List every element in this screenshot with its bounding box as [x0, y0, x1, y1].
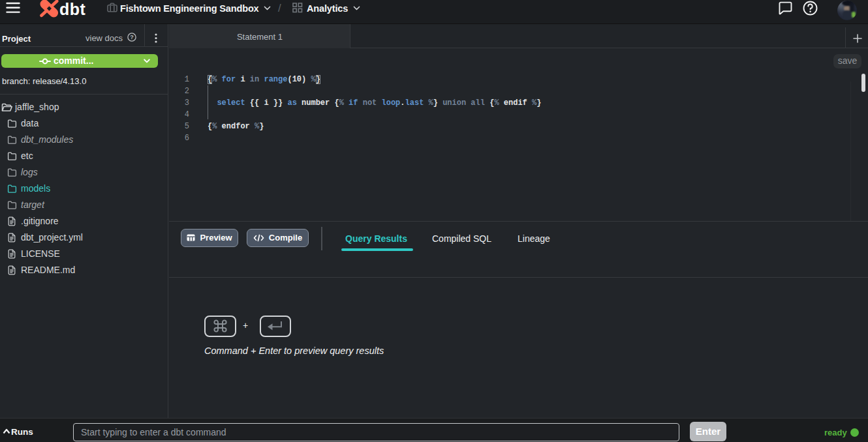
svg-text:?: ?: [130, 34, 134, 40]
